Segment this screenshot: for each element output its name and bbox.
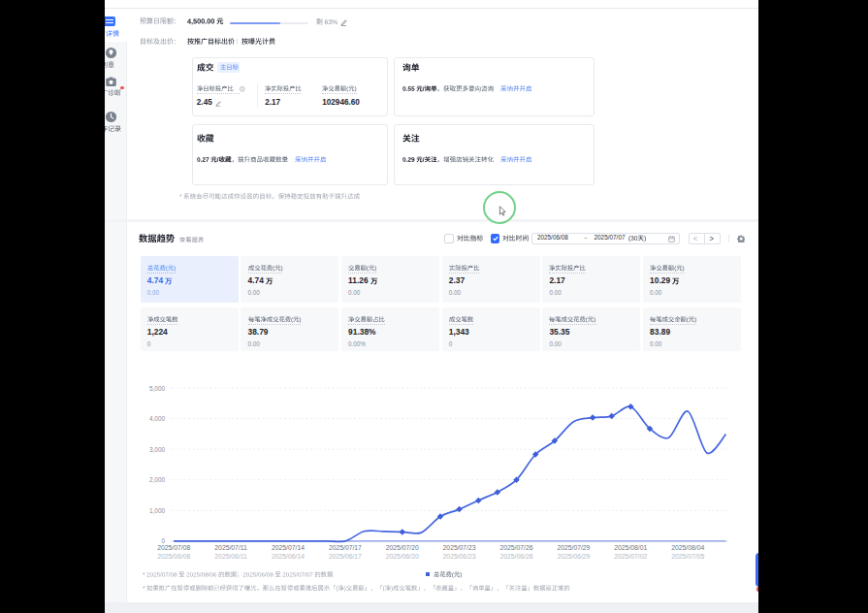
- svg-text:2025/07/17: 2025/07/17: [329, 544, 362, 551]
- svg-text:5,000: 5,000: [149, 385, 165, 392]
- svg-text:2025/06/17: 2025/06/17: [329, 553, 362, 560]
- svg-text:2025/06/20: 2025/06/20: [386, 553, 419, 560]
- svg-text:4,000: 4,000: [149, 415, 165, 422]
- svg-text:2025/06/26: 2025/06/26: [499, 553, 532, 560]
- svg-text:2025/06/08: 2025/06/08: [157, 553, 190, 560]
- svg-text:2025/07/23: 2025/07/23: [443, 544, 476, 551]
- svg-text:2025/06/23: 2025/06/23: [443, 553, 476, 560]
- svg-text:2025/07/14: 2025/07/14: [272, 544, 305, 551]
- svg-text:2025/07/02: 2025/07/02: [614, 553, 647, 560]
- svg-text:2025/07/26: 2025/07/26: [499, 544, 532, 551]
- svg-text:2025/06/14: 2025/06/14: [272, 553, 305, 560]
- svg-text:2025/07/20: 2025/07/20: [386, 544, 419, 551]
- svg-text:2,000: 2,000: [149, 476, 165, 483]
- svg-text:2025/07/29: 2025/07/29: [557, 544, 590, 551]
- svg-text:2025/08/04: 2025/08/04: [671, 544, 704, 551]
- svg-text:2025/07/08: 2025/07/08: [157, 544, 190, 551]
- svg-text:2025/07/05: 2025/07/05: [671, 553, 704, 560]
- svg-text:2025/08/01: 2025/08/01: [614, 544, 647, 551]
- svg-text:3,000: 3,000: [149, 446, 165, 453]
- svg-text:1,000: 1,000: [149, 507, 165, 514]
- svg-text:2025/07/11: 2025/07/11: [214, 544, 247, 551]
- svg-text:2025/06/29: 2025/06/29: [557, 553, 590, 560]
- svg-text:2025/06/11: 2025/06/11: [214, 553, 247, 560]
